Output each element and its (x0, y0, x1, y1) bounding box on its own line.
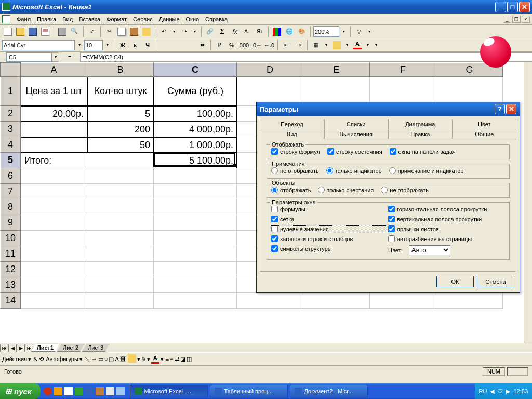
save-button[interactable] (27, 26, 38, 37)
redo-dropdown[interactable]: ▾ (191, 26, 198, 37)
dialog-help-button[interactable]: ? (495, 104, 505, 114)
check-formula-bar[interactable]: строку формул (271, 148, 320, 155)
sort-asc-button[interactable]: А↓ (242, 26, 253, 37)
arrow-button[interactable]: → (91, 356, 97, 362)
language-indicator[interactable]: RU (479, 388, 487, 394)
cell-F14[interactable] (370, 293, 436, 309)
cell-A4[interactable] (21, 137, 87, 153)
cell-B5[interactable] (87, 153, 154, 168)
3d-button[interactable]: ◫ (187, 356, 192, 363)
drawing-actions-menu[interactable]: Действия (2, 356, 27, 362)
cut-button[interactable]: ✂ (103, 26, 115, 37)
menu-format[interactable]: Формат (103, 15, 130, 23)
tab-view[interactable]: Вид (260, 129, 324, 139)
fill-color-draw-button[interactable] (128, 354, 136, 364)
map-button[interactable]: 🌐 (284, 26, 295, 37)
percent-button[interactable]: % (226, 39, 237, 51)
vertical-scrollbar[interactable] (524, 62, 532, 343)
ql-icon-5[interactable] (85, 387, 94, 395)
tab-chart[interactable]: Диаграмма (388, 119, 453, 129)
autoshapes-dropdown[interactable]: ▾ (79, 356, 83, 363)
drawing-toolbar-button[interactable]: 🎨 (296, 26, 308, 37)
font-name-combo[interactable] (2, 40, 75, 50)
check-hscroll[interactable]: горизонтальная полоса прокрутки (388, 206, 505, 212)
menu-file[interactable]: Файл (14, 15, 34, 23)
cell-B3[interactable]: 200 (87, 122, 154, 137)
col-header-F[interactable]: F (370, 62, 436, 77)
row-header-13[interactable]: 13 (0, 277, 21, 293)
row-header-8[interactable]: 8 (0, 200, 21, 215)
redo-button[interactable]: ↷ (179, 26, 190, 37)
toolbar-options[interactable]: ▾ (366, 26, 373, 37)
cell-B9[interactable] (87, 215, 154, 231)
bold-button[interactable]: Ж (117, 39, 128, 51)
cell-A3[interactable] (21, 122, 87, 137)
menu-view[interactable]: Вид (59, 15, 76, 23)
cell-B13[interactable] (87, 277, 154, 293)
tab-lists[interactable]: Списки (324, 119, 389, 129)
gridline-color-combo[interactable]: Авто (409, 245, 450, 255)
sheet-tab-1[interactable]: Лист1 (31, 344, 59, 352)
undo-button[interactable]: ↶ (158, 26, 169, 37)
font-color-button[interactable]: A (352, 39, 363, 51)
fill-color-button[interactable] (331, 39, 342, 51)
decrease-decimal-button[interactable]: ←.0 (263, 39, 275, 51)
radio-objects-placeholders[interactable]: только очертания (318, 187, 374, 193)
increase-indent-button[interactable]: ⇥ (293, 39, 304, 51)
ql-icon-8[interactable] (116, 387, 125, 395)
minimize-button[interactable]: _ (495, 2, 506, 12)
cell-D14[interactable] (237, 293, 303, 309)
mdi-restore-button[interactable]: ❐ (512, 16, 521, 23)
format-painter-button[interactable] (141, 26, 152, 37)
check-vscroll[interactable]: вертикальная полоса прокрутки (388, 216, 505, 222)
task-2[interactable]: Табличный проц... (210, 385, 288, 397)
line-style-button[interactable]: ≡ (166, 356, 169, 362)
borders-dropdown[interactable]: ▾ (323, 39, 330, 51)
oval-button[interactable]: ○ (104, 356, 108, 362)
open-button[interactable] (15, 26, 26, 37)
check-headers[interactable]: заголовки строк и столбцов (271, 235, 388, 242)
comma-button[interactable]: 000 (238, 39, 250, 51)
task-3[interactable]: Документ2 - Micr... (290, 385, 368, 397)
cancel-button[interactable]: Отмена (477, 276, 514, 287)
row-header-4[interactable]: 4 (0, 137, 21, 153)
menu-data[interactable]: Данные (156, 15, 183, 23)
tab-nav-next[interactable]: ▶ (17, 344, 25, 352)
rectangle-button[interactable]: ▭ (98, 356, 103, 363)
decrease-indent-button[interactable]: ⇤ (281, 39, 292, 51)
mdi-minimize-button[interactable]: _ (503, 16, 511, 23)
cell-B8[interactable] (87, 200, 154, 215)
row-header-11[interactable]: 11 (0, 246, 21, 262)
help-button[interactable]: ? (353, 26, 365, 37)
ql-icon-7[interactable] (106, 387, 114, 395)
check-outline[interactable]: символы структуры (271, 245, 388, 252)
function-button[interactable]: fx (229, 26, 241, 37)
autosum-button[interactable]: Σ (217, 26, 228, 37)
cell-A5[interactable]: Итого: (21, 153, 87, 168)
cell-A7[interactable] (21, 184, 87, 200)
fill-color-dropdown[interactable]: ▾ (343, 39, 351, 51)
cell-A8[interactable] (21, 200, 87, 215)
sheet-tab-2[interactable]: Лист2 (57, 344, 84, 352)
row-header-3[interactable]: 3 (0, 122, 21, 137)
cell-B2[interactable]: 5 (87, 106, 154, 122)
row-header-9[interactable]: 9 (0, 215, 21, 231)
cell-A11[interactable] (21, 246, 87, 262)
increase-decimal-button[interactable]: .0→ (251, 39, 262, 51)
arrow-style-button[interactable]: ⇄ (175, 356, 179, 363)
merge-center-button[interactable]: ⬌ (196, 39, 208, 51)
align-right-button[interactable] (184, 39, 195, 51)
name-box-dropdown[interactable]: ▾ (52, 52, 59, 62)
check-status-bar[interactable]: строку состояния (327, 148, 382, 155)
cell-C13[interactable] (154, 277, 237, 293)
cell-B7[interactable] (87, 184, 154, 200)
ok-button[interactable]: ОК (436, 276, 474, 287)
line-button[interactable]: ＼ (85, 355, 90, 363)
office-assistant-icon[interactable] (480, 36, 511, 68)
font-color-dropdown[interactable]: ▾ (364, 39, 371, 51)
name-box[interactable] (6, 52, 52, 62)
row-header-2[interactable]: 2 (0, 106, 21, 122)
spellcheck-button[interactable]: ✓ (86, 26, 98, 37)
tab-nav-prev[interactable]: ◀ (8, 344, 17, 352)
cell-C11[interactable] (154, 246, 237, 262)
